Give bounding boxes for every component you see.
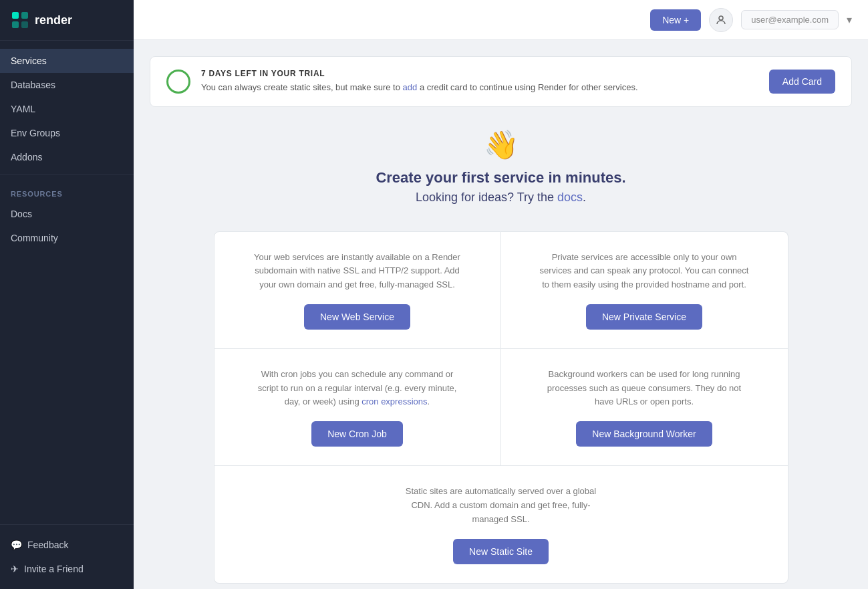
background-worker-desc: Background workers can be used for long … — [537, 368, 751, 409]
content-area: 7 DAYS LEFT IN YOUR TRIAL You can always… — [134, 40, 868, 589]
sidebar-item-community[interactable]: Community — [0, 226, 134, 250]
logo-area: render — [0, 0, 134, 41]
invite-friend-button[interactable]: ✈ Invite a Friend — [0, 557, 134, 581]
private-service-card: Private services are accessible only to … — [501, 231, 788, 349]
trial-add-link[interactable]: add — [403, 82, 418, 92]
hero-subtitle-text-after: . — [583, 191, 586, 204]
sidebar-item-addons[interactable]: Addons — [0, 145, 134, 169]
trial-desc-before: You can always create static sites, but … — [201, 82, 403, 92]
sidebar-item-env-groups[interactable]: Env Groups — [0, 121, 134, 145]
new-web-service-button[interactable]: New Web Service — [304, 304, 410, 330]
cron-desc-after: . — [428, 396, 430, 406]
user-dropdown-chevron[interactable]: ▾ — [847, 13, 852, 26]
hero-section: 👋 Create your first service in minutes. … — [150, 128, 852, 205]
svg-rect-0 — [12, 12, 19, 19]
sidebar-nav: Services Databases YAML Env Groups Addon… — [0, 41, 134, 524]
new-button[interactable]: New + — [650, 9, 701, 31]
svg-rect-3 — [21, 21, 28, 28]
cron-job-card: With cron jobs you can schedule any comm… — [214, 349, 501, 466]
logo-text: render — [35, 13, 72, 27]
render-logo-icon — [11, 11, 29, 29]
sidebar-item-services[interactable]: Services — [0, 49, 134, 73]
feedback-button[interactable]: 💬 Feedback — [0, 533, 134, 557]
web-service-desc: Your web services are instantly availabl… — [251, 251, 464, 292]
docs-link[interactable]: docs — [557, 191, 583, 204]
sidebar-item-docs[interactable]: Docs — [0, 202, 134, 226]
svg-point-4 — [719, 16, 723, 20]
services-grid: Your web services are instantly availabl… — [214, 231, 788, 584]
trial-text: 7 DAYS LEFT IN YOUR TRIAL You can always… — [201, 69, 758, 94]
hero-title: Create your first service in minutes. — [150, 169, 852, 187]
header: New + user@example.com ▾ — [134, 0, 868, 40]
static-site-desc: Static sites are automatically served ov… — [394, 485, 608, 526]
sidebar-item-yaml[interactable]: YAML — [0, 97, 134, 121]
hero-subtitle-text-before: Looking for ideas? Try the — [416, 191, 557, 204]
hero-subtitle: Looking for ideas? Try the docs. — [150, 191, 852, 205]
trial-title: 7 DAYS LEFT IN YOUR TRIAL — [201, 69, 758, 78]
user-email[interactable]: user@example.com — [741, 10, 839, 29]
add-card-button[interactable]: Add Card — [769, 70, 835, 94]
new-static-site-button[interactable]: New Static Site — [453, 539, 549, 564]
cron-job-desc: With cron jobs you can schedule any comm… — [251, 368, 464, 409]
static-site-card: Static sites are automatically served ov… — [214, 466, 788, 583]
web-service-card: Your web services are instantly availabl… — [214, 231, 501, 349]
invite-icon: ✈ — [11, 564, 19, 574]
private-service-desc: Private services are accessible only to … — [537, 251, 751, 292]
trial-banner: 7 DAYS LEFT IN YOUR TRIAL You can always… — [150, 56, 852, 107]
new-cron-job-button[interactable]: New Cron Job — [311, 421, 403, 447]
hero-emoji: 👋 — [150, 128, 852, 161]
user-avatar-button[interactable] — [709, 8, 733, 32]
feedback-icon: 💬 — [11, 540, 22, 550]
new-private-service-button[interactable]: New Private Service — [586, 304, 702, 330]
sidebar-item-databases[interactable]: Databases — [0, 73, 134, 97]
svg-rect-2 — [12, 21, 19, 28]
svg-rect-1 — [21, 12, 28, 19]
sidebar: render Services Databases YAML Env Group… — [0, 0, 134, 589]
sidebar-bottom: 💬 Feedback ✈ Invite a Friend — [0, 524, 134, 589]
resources-section-label: Resources — [0, 181, 134, 202]
trial-icon — [166, 70, 190, 94]
main-area: New + user@example.com ▾ 7 DAYS LEFT IN … — [134, 0, 868, 589]
user-icon — [715, 14, 727, 26]
trial-desc-after: a credit card to continue using Render f… — [417, 82, 637, 92]
trial-description: You can always create static sites, but … — [201, 81, 758, 94]
cron-expressions-link[interactable]: cron expressions — [361, 396, 427, 406]
background-worker-card: Background workers can be used for long … — [501, 349, 788, 466]
new-background-worker-button[interactable]: New Background Worker — [576, 421, 712, 447]
invite-label: Invite a Friend — [24, 564, 84, 574]
feedback-label: Feedback — [27, 540, 68, 550]
